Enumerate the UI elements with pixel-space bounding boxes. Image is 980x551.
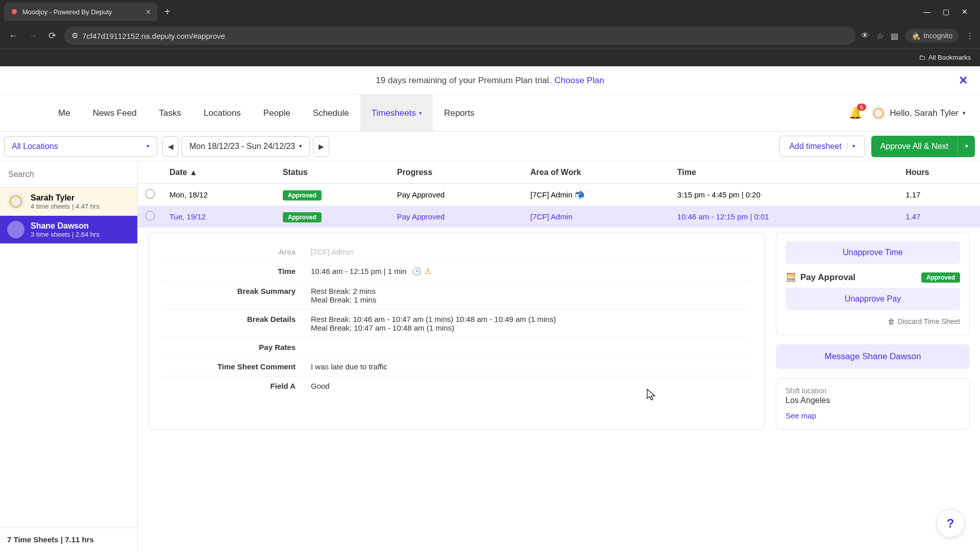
- col-area[interactable]: Area of Work: [523, 161, 670, 184]
- time-text: 10:46 am - 12:15 pm | 1 min: [311, 267, 406, 276]
- detail-label-comment: Time Sheet Comment: [163, 362, 296, 371]
- tab-title: Moodjoy - Powered By Deputy: [22, 8, 141, 16]
- clock-icon: 🕒: [412, 267, 422, 276]
- window-controls: — ▢ ✕: [923, 8, 976, 16]
- logo-icon[interactable]: [14, 102, 37, 124]
- cell-area: [7CF] Admin: [523, 206, 670, 228]
- all-bookmarks-label: All Bookmarks: [928, 54, 971, 61]
- date-prev-button[interactable]: ◀: [162, 136, 179, 157]
- discard-label: Discard Time Sheet: [898, 317, 960, 325]
- select-all-column[interactable]: [138, 161, 162, 184]
- banner-close-icon[interactable]: ✕: [959, 74, 968, 87]
- date-range-picker[interactable]: Mon 18/12/23 - Sun 24/12/23 ▾: [182, 136, 310, 157]
- chevron-down-icon: ▾: [146, 143, 150, 149]
- date-next-button[interactable]: ▶: [313, 136, 329, 157]
- chevron-down-icon[interactable]: ▾: [847, 143, 855, 149]
- see-map-link[interactable]: See map: [786, 411, 960, 420]
- employee-item[interactable]: Shane Dawson 3 time sheets | 2.64 hrs: [0, 216, 137, 244]
- reload-icon[interactable]: ⟳: [45, 29, 59, 43]
- url-bar[interactable]: ⚙ 7cf47d19112152.na.deputy.com/#approve: [64, 27, 856, 45]
- discard-timesheet-link[interactable]: 🗑 Discard Time Sheet: [786, 317, 960, 325]
- search-input[interactable]: [0, 161, 137, 188]
- pay-approval-text: Pay Approval: [800, 272, 855, 283]
- visibility-off-icon[interactable]: 👁: [861, 31, 869, 40]
- close-window-icon[interactable]: ✕: [962, 8, 968, 16]
- detail-label-time: Time: [163, 267, 296, 276]
- side-panel-icon[interactable]: ▤: [891, 31, 898, 41]
- incognito-icon: 🕵: [912, 32, 920, 40]
- warning-icon: ⚠: [425, 267, 431, 276]
- detail-value-break-details: Rest Break: 10:46 am - 10:47 am (1 mins)…: [311, 315, 750, 332]
- break-details-line: Meal Break: 10:47 am - 10:48 am (1 mins): [311, 323, 750, 332]
- detail-area: Area [7CF] Admin Time 10:46 am - 12:15 p…: [138, 228, 980, 440]
- col-status[interactable]: Status: [276, 161, 390, 184]
- approve-all-split-button: Approve All & Next ▾: [871, 136, 975, 157]
- employee-item[interactable]: Sarah Tyler 4 time sheets | 4.47 hrs: [0, 188, 137, 216]
- nav-reports[interactable]: Reports: [433, 95, 486, 131]
- col-progress[interactable]: Progress: [390, 161, 523, 184]
- nav-news-feed[interactable]: News Feed: [82, 95, 148, 131]
- table-row[interactable]: Tue, 19/12 Approved Pay Approved [7CF] A…: [138, 206, 980, 228]
- row-checkbox[interactable]: [145, 189, 155, 199]
- add-timesheet-label: Add timesheet: [789, 142, 841, 151]
- approval-panel: Unapprove Time 🧮 Pay Approval Approved U…: [776, 233, 970, 335]
- nav-me[interactable]: Me: [47, 95, 82, 131]
- user-menu[interactable]: Hello, Sarah Tyler ▾: [871, 106, 966, 120]
- notification-badge: 5: [857, 104, 866, 111]
- detail-label-area: Area: [163, 247, 296, 256]
- overflow-menu-icon[interactable]: ⋮: [966, 31, 974, 41]
- timesheet-detail-card: Area [7CF] Admin Time 10:46 am - 12:15 p…: [148, 233, 765, 430]
- notifications-bell[interactable]: 🔔 5: [848, 107, 862, 120]
- filter-toolbar: All Locations ▾ ◀ Mon 18/12/23 - Sun 24/…: [0, 132, 980, 161]
- help-fab[interactable]: ?: [936, 509, 965, 538]
- table-row[interactable]: Mon, 18/12 Approved Pay Approved [7CF] A…: [138, 184, 980, 206]
- cell-progress: Pay Approved: [390, 184, 523, 206]
- shift-location-label: Shift location: [786, 387, 960, 395]
- minimize-icon[interactable]: —: [923, 8, 930, 16]
- approve-all-caret[interactable]: ▾: [958, 136, 975, 157]
- detail-value-area: [7CF] Admin: [311, 247, 750, 256]
- nav-tabs: Me News Feed Tasks Locations People Sche…: [47, 95, 485, 131]
- col-time[interactable]: Time: [670, 161, 898, 184]
- timesheet-table: Date Status Progress Area of Work Time H…: [138, 161, 980, 228]
- nav-tasks[interactable]: Tasks: [148, 95, 192, 131]
- avatar-icon: [7, 193, 24, 210]
- all-bookmarks-button[interactable]: 🗀 All Bookmarks: [919, 54, 971, 61]
- unapprove-pay-button[interactable]: Unapprove Pay: [786, 288, 960, 310]
- message-employee-button[interactable]: Message Shane Dawson: [776, 344, 970, 369]
- nav-timesheets[interactable]: Timesheets ▾: [360, 95, 433, 131]
- add-timesheet-button[interactable]: Add timesheet ▾: [779, 136, 865, 157]
- trial-text: 19 days remaining of your Premium Plan t…: [376, 76, 551, 86]
- detail-label-field-a: Field A: [163, 382, 296, 390]
- app-root: 19 days remaining of your Premium Plan t…: [0, 66, 980, 551]
- row-checkbox[interactable]: [145, 211, 155, 221]
- cell-area: [7CF] Admin 📬: [523, 184, 670, 206]
- approve-all-button[interactable]: Approve All & Next: [871, 136, 958, 157]
- favicon-icon: [10, 8, 18, 16]
- employee-sidebar: Sarah Tyler 4 time sheets | 4.47 hrs Sha…: [0, 161, 138, 551]
- nav-locations[interactable]: Locations: [192, 95, 252, 131]
- location-filter[interactable]: All Locations ▾: [4, 136, 157, 157]
- col-hours[interactable]: Hours: [898, 161, 980, 184]
- calculator-icon: 🧮: [786, 272, 796, 283]
- incognito-indicator[interactable]: 🕵 Incognito: [905, 29, 959, 43]
- detail-value-time: 10:46 am - 12:15 pm | 1 min 🕒 ⚠: [311, 267, 750, 276]
- bookmark-star-icon[interactable]: ☆: [876, 31, 884, 41]
- site-settings-icon[interactable]: ⚙: [71, 31, 78, 40]
- detail-value-comment: I was late due to traffic: [311, 362, 750, 371]
- tab-close-icon[interactable]: ✕: [145, 8, 151, 16]
- col-date[interactable]: Date: [162, 161, 276, 184]
- choose-plan-link[interactable]: Choose Plan: [554, 76, 604, 86]
- nav-people[interactable]: People: [252, 95, 302, 131]
- new-tab-button[interactable]: +: [160, 4, 175, 20]
- back-icon[interactable]: ←: [6, 29, 20, 43]
- employee-list: Sarah Tyler 4 time sheets | 4.47 hrs Sha…: [0, 188, 137, 528]
- unapprove-time-button[interactable]: Unapprove Time: [786, 241, 960, 264]
- maximize-icon[interactable]: ▢: [943, 8, 949, 16]
- browser-tab[interactable]: Moodjoy - Powered By Deputy ✕: [4, 3, 157, 21]
- nav-schedule[interactable]: Schedule: [302, 95, 360, 131]
- help-icon: ?: [947, 516, 954, 531]
- detail-label-break-summary: Break Summary: [163, 287, 296, 295]
- url-text: 7cf47d19112152.na.deputy.com/#approve: [82, 32, 225, 40]
- greeting-text: Hello, Sarah Tyler: [890, 108, 959, 118]
